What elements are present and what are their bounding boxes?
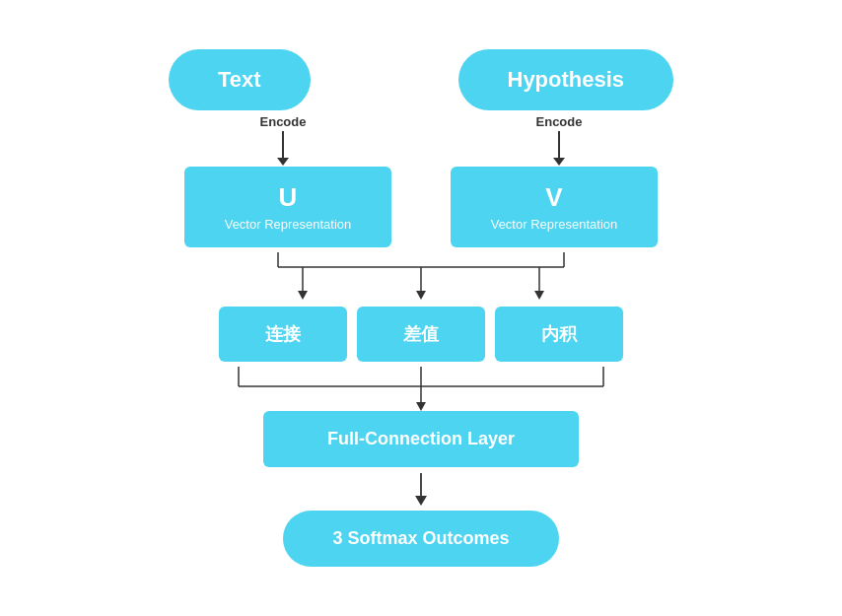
encode-label-left: Encode bbox=[260, 114, 307, 129]
row-ops: 连接 差值 内积 bbox=[76, 307, 766, 362]
softmax-pill: 3 Softmax Outcomes bbox=[283, 511, 558, 567]
row-inputs: Text Hypothesis bbox=[76, 49, 766, 110]
row-vectors: U Vector Representation V Vector Represe… bbox=[76, 167, 766, 247]
arrow-svg-fc bbox=[411, 471, 431, 507]
connector-ops-to-fc bbox=[175, 362, 667, 411]
encode-block-right: Encode bbox=[495, 114, 623, 159]
encode-row: Encode Encode bbox=[76, 114, 766, 159]
u-vector-box: U Vector Representation bbox=[184, 167, 391, 247]
svg-marker-6 bbox=[298, 291, 308, 300]
connector-uv-to-ops bbox=[175, 247, 667, 307]
fc-box: Full-Connection Layer bbox=[263, 411, 579, 467]
arrow-section-fc-softmax bbox=[76, 471, 766, 507]
op-diff: 差值 bbox=[357, 307, 485, 362]
v-vector-box: V Vector Representation bbox=[451, 167, 658, 247]
encode-label-right: Encode bbox=[536, 114, 583, 129]
u-sublabel: Vector Representation bbox=[204, 217, 372, 232]
op-dot: 内积 bbox=[495, 307, 623, 362]
svg-marker-7 bbox=[416, 291, 426, 300]
diagram: Text Hypothesis Encode Encode U Vector R… bbox=[76, 49, 766, 567]
connector-svg-2 bbox=[175, 362, 667, 411]
v-sublabel: Vector Representation bbox=[470, 217, 638, 232]
svg-marker-14 bbox=[416, 402, 426, 411]
text-pill: Text bbox=[169, 49, 311, 110]
arrow-encode-right bbox=[558, 131, 560, 159]
hypothesis-pill: Hypothesis bbox=[458, 49, 674, 110]
connector-svg-1 bbox=[175, 247, 667, 307]
v-letter: V bbox=[470, 182, 638, 213]
op-concat: 连接 bbox=[219, 307, 347, 362]
svg-marker-16 bbox=[415, 496, 427, 506]
arrow-encode-left bbox=[282, 131, 284, 159]
encode-block-left: Encode bbox=[219, 114, 347, 159]
row-fc: Full-Connection Layer bbox=[76, 411, 766, 467]
u-letter: U bbox=[204, 182, 372, 213]
svg-marker-8 bbox=[534, 291, 544, 300]
row-softmax: 3 Softmax Outcomes bbox=[76, 511, 766, 567]
